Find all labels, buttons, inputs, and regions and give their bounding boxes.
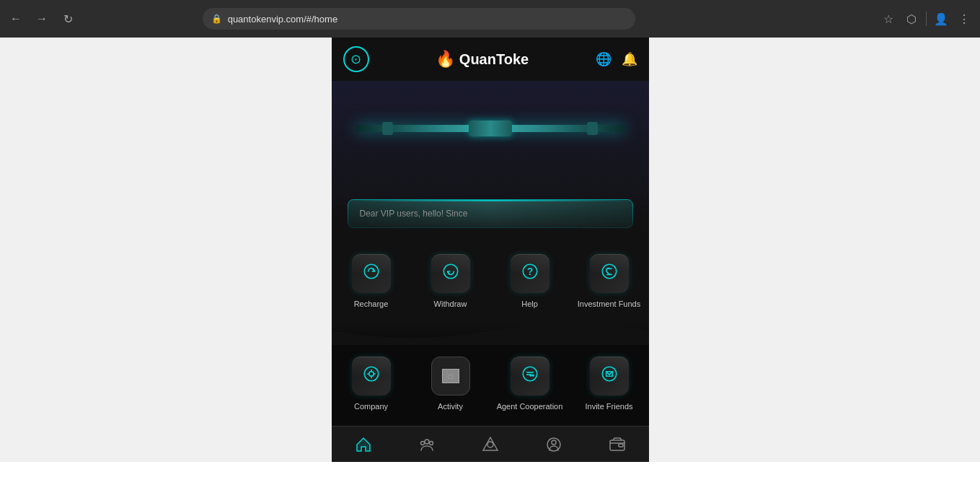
recharge-label: Recharge xyxy=(354,299,389,309)
bell-icon[interactable]: 🔔 xyxy=(622,51,637,67)
invite-friends-icon xyxy=(600,364,619,388)
menu-item-investment-funds[interactable]: Investment Funds xyxy=(570,245,649,318)
menu-grid-row1: Recharge xyxy=(332,240,649,323)
back-button[interactable]: ← xyxy=(6,9,26,29)
invite-friends-icon-wrapper xyxy=(590,357,629,396)
svg-rect-18 xyxy=(610,440,624,450)
svg-point-12 xyxy=(420,441,424,445)
menu-item-invite-friends[interactable]: Invite Friends xyxy=(570,348,649,420)
star-button[interactable]: ☆ xyxy=(878,9,899,29)
svg-point-0 xyxy=(364,264,379,279)
menu-grid-row2: Company □ Activity xyxy=(332,345,649,426)
agent-cooperation-label: Agent Cooperation xyxy=(497,401,563,411)
banner-decoration xyxy=(356,125,625,132)
browser-toolbar: ☆ ⬡ 👤 ⋮ xyxy=(878,9,974,29)
svg-text:?: ? xyxy=(526,266,533,277)
nav-wallet[interactable] xyxy=(594,433,640,456)
app-header: ⊙ 🔥 QuanToke 🌐 🔔 xyxy=(332,38,649,81)
app-bottom-nav xyxy=(332,426,649,462)
page-area: ⊙ 🔥 QuanToke 🌐 🔔 xyxy=(0,38,980,462)
svg-point-5 xyxy=(364,367,379,382)
recharge-icon-bg xyxy=(352,254,391,293)
menu-button[interactable]: ⋮ xyxy=(954,9,974,29)
agent-cooperation-icon-bg xyxy=(511,357,549,396)
menu-item-agent-cooperation[interactable]: Agent Cooperation xyxy=(490,348,570,420)
investment-funds-label: Investment Funds xyxy=(578,299,640,309)
nav-team[interactable] xyxy=(404,433,450,456)
url-text: quantokenvip.com/#/home xyxy=(228,14,337,25)
recharge-icon-wrapper xyxy=(352,254,391,293)
globe-icon[interactable]: 🌐 xyxy=(596,51,612,67)
avatar[interactable]: ⊙ xyxy=(343,46,369,72)
help-icon-wrapper: ? xyxy=(511,254,549,293)
banner-area: Dear VIP users, hello! Since xyxy=(332,81,649,240)
withdraw-icon-wrapper xyxy=(431,254,470,293)
investment-funds-icon-wrapper xyxy=(590,254,629,293)
app-content: Dear VIP users, hello! Since xyxy=(332,81,649,426)
menu-item-help[interactable]: ? Help xyxy=(490,245,570,318)
wave-divider xyxy=(332,323,649,345)
svg-point-15 xyxy=(487,442,493,447)
svg-point-9 xyxy=(529,375,531,377)
help-label: Help xyxy=(521,299,538,309)
browser-chrome: ← → ↻ 🔒 quantokenvip.com/#/home ☆ ⬡ 👤 ⋮ xyxy=(0,0,980,38)
profile-button[interactable]: 👤 xyxy=(931,9,951,29)
nav-trade[interactable] xyxy=(467,433,513,456)
svg-marker-14 xyxy=(483,437,498,450)
help-icon-bg: ? xyxy=(511,254,549,293)
recharge-icon xyxy=(362,262,381,285)
extensions-button[interactable]: ⬡ xyxy=(901,9,922,29)
refresh-button[interactable]: ↻ xyxy=(58,9,78,29)
menu-item-withdraw[interactable]: Withdraw xyxy=(411,245,490,318)
activity-broken-image: □ xyxy=(442,369,459,383)
company-icon-bg xyxy=(352,357,391,396)
svg-point-13 xyxy=(429,441,433,445)
menu-item-activity[interactable]: □ Activity xyxy=(411,348,490,420)
help-icon: ? xyxy=(521,262,539,285)
nav-home[interactable] xyxy=(340,433,387,456)
company-label: Company xyxy=(354,401,388,411)
svg-point-6 xyxy=(368,372,374,377)
address-bar[interactable]: 🔒 quantokenvip.com/#/home xyxy=(203,8,635,30)
invite-friends-icon-bg xyxy=(590,357,629,396)
menu-item-recharge[interactable]: Recharge xyxy=(332,245,411,318)
banner-overlay xyxy=(332,196,649,240)
toolbar-divider xyxy=(926,12,927,26)
company-icon-wrapper xyxy=(352,357,391,396)
nav-profile[interactable] xyxy=(531,433,577,456)
investment-funds-icon xyxy=(600,262,619,285)
app-container: ⊙ 🔥 QuanToke 🌐 🔔 xyxy=(332,38,649,462)
menu-item-company[interactable]: Company xyxy=(332,348,411,420)
activity-icon-wrapper: □ xyxy=(431,357,470,396)
svg-point-4 xyxy=(602,264,617,279)
withdraw-icon xyxy=(441,262,460,285)
agent-cooperation-icon-wrapper xyxy=(511,357,549,396)
header-right-icons: 🌐 🔔 xyxy=(596,51,637,67)
agent-cooperation-icon xyxy=(521,364,539,388)
logo-flame-icon: 🔥 xyxy=(436,50,455,69)
company-icon xyxy=(362,364,381,388)
activity-icon-bg: □ xyxy=(431,357,470,396)
logo-text: QuanToke xyxy=(459,51,529,68)
invite-friends-label: Invite Friends xyxy=(585,401,632,411)
activity-label: Activity xyxy=(438,401,463,411)
svg-point-1 xyxy=(443,264,458,279)
forward-button[interactable]: → xyxy=(32,9,52,29)
lock-icon: 🔒 xyxy=(211,14,222,24)
svg-point-7 xyxy=(523,367,537,382)
withdraw-label: Withdraw xyxy=(434,299,467,309)
investment-funds-icon-bg xyxy=(590,254,629,293)
withdraw-icon-bg xyxy=(431,254,470,293)
svg-point-17 xyxy=(552,440,556,445)
svg-point-8 xyxy=(531,375,534,377)
svg-rect-19 xyxy=(619,444,623,447)
avatar-icon: ⊙ xyxy=(350,51,361,67)
app-logo: 🔥 QuanToke xyxy=(436,50,529,69)
svg-point-11 xyxy=(425,440,429,444)
